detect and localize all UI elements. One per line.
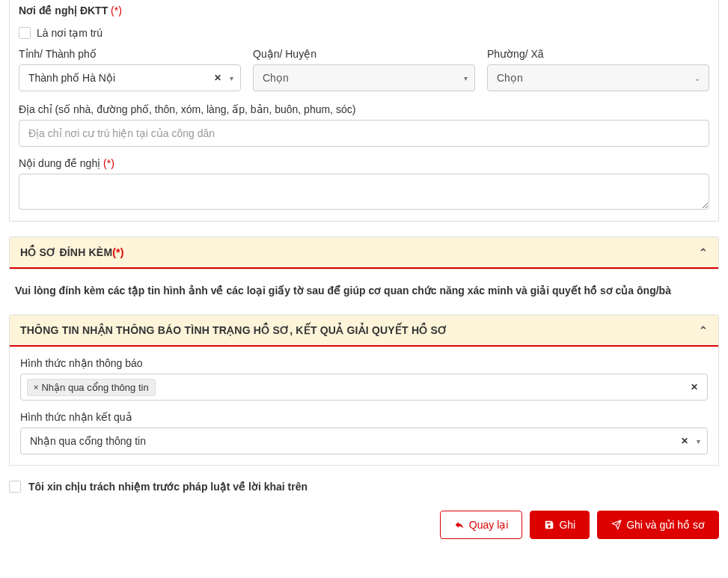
temp-residence-checkbox[interactable] xyxy=(19,27,31,39)
ward-select-wrap: Chọn ⌄ xyxy=(487,64,709,91)
temp-residence-label: Là nơi tạm trú xyxy=(37,27,103,39)
required-star: (*) xyxy=(112,246,123,258)
attachments-panel: HỒ SƠ ĐÍNH KÈM(*) ⌃ xyxy=(9,237,719,270)
clear-all-icon[interactable]: ✕ xyxy=(688,382,701,392)
chevron-down-icon: ▾ xyxy=(230,74,233,82)
district-placeholder: Chọn xyxy=(263,72,289,84)
save-and-send-label: Ghi và gửi hồ sơ xyxy=(626,519,705,531)
chevron-down-icon: ⌄ xyxy=(694,74,700,82)
attachments-header-text: HỒ SƠ ĐÍNH KÈM(*) xyxy=(20,246,124,258)
responsibility-row: Tôi xin chịu trách nhiệm trước pháp luật… xyxy=(9,481,719,493)
request-content-textarea[interactable] xyxy=(19,174,709,210)
province-select[interactable]: Thành phố Hà Nội xyxy=(19,64,241,91)
province-label: Tỉnh/ Thành phố xyxy=(19,48,241,60)
back-button[interactable]: Quay lại xyxy=(440,511,523,539)
notification-panel: THÔNG TIN NHẬN THÔNG BÁO TÌNH TRẠNG HỒ S… xyxy=(9,314,719,466)
temp-residence-checkbox-row: Là nơi tạm trú xyxy=(19,27,709,39)
notify-method-tag: × Nhận qua cổng thông tin xyxy=(27,379,156,396)
result-method-group: Hình thức nhận kết quả Nhận qua cổng thô… xyxy=(20,411,708,454)
result-method-select[interactable]: Nhận qua cổng thông tin xyxy=(20,428,708,454)
registration-location-section: Nơi đề nghị ĐKTT (*) Là nơi tạm trú Tỉnh… xyxy=(9,0,719,222)
request-content-group: Nội dung đề nghị (*) xyxy=(19,157,709,212)
notify-method-input[interactable]: × Nhận qua cổng thông tin ✕ xyxy=(20,374,708,401)
save-button-label: Ghi xyxy=(559,519,575,531)
ward-label: Phường/ Xã xyxy=(487,48,709,60)
result-method-value: Nhận qua cổng thông tin xyxy=(30,435,146,447)
chevron-down-icon: ▾ xyxy=(697,437,700,445)
tag-remove-icon[interactable]: × xyxy=(34,383,38,392)
notify-method-tag-text: Nhận qua cổng thông tin xyxy=(41,382,148,393)
result-method-clear-icon[interactable]: ✕ xyxy=(681,436,688,446)
responsibility-label: Tôi xin chịu trách nhiệm trước pháp luật… xyxy=(28,481,308,493)
notify-method-group: Hình thức nhận thông báo × Nhận qua cổng… xyxy=(20,357,708,401)
province-select-wrap: Thành phố Hà Nội ✕ ▾ xyxy=(19,64,241,91)
chevron-up-icon: ⌃ xyxy=(699,324,708,336)
action-buttons-row: Quay lại Ghi Ghi và gửi hồ sơ xyxy=(0,511,728,551)
required-star: (*) xyxy=(111,4,122,16)
notification-header-text: THÔNG TIN NHẬN THÔNG BÁO TÌNH TRẠNG HỒ S… xyxy=(20,324,447,336)
address-input[interactable] xyxy=(19,120,709,147)
ward-placeholder: Chọn xyxy=(497,72,523,84)
save-button[interactable]: Ghi xyxy=(530,511,590,539)
district-select[interactable]: Chọn xyxy=(253,64,475,91)
responsibility-checkbox[interactable] xyxy=(9,481,21,493)
notify-method-label: Hình thức nhận thông báo xyxy=(20,357,708,369)
reply-icon xyxy=(454,520,465,530)
ward-col: Phường/ Xã Chọn ⌄ xyxy=(487,48,709,91)
province-col: Tỉnh/ Thành phố Thành phố Hà Nội ✕ ▾ xyxy=(19,48,241,91)
address-label: Địa chỉ (số nhà, đường phố, thôn, xóm, l… xyxy=(19,103,709,115)
attachments-note: Vui lòng đính kèm các tập tin hình ảnh v… xyxy=(9,270,719,314)
district-col: Quận/ Huyện Chọn ▾ xyxy=(253,48,475,91)
district-select-wrap: Chọn ▾ xyxy=(253,64,475,91)
notification-panel-body: Hình thức nhận thông báo × Nhận qua cổng… xyxy=(10,347,718,465)
address-group: Địa chỉ (số nhà, đường phố, thôn, xóm, l… xyxy=(19,103,709,147)
ward-select[interactable]: Chọn xyxy=(487,64,709,91)
attachments-panel-header[interactable]: HỒ SƠ ĐÍNH KÈM(*) ⌃ xyxy=(10,237,718,269)
chevron-down-icon: ▾ xyxy=(464,74,468,82)
required-star: (*) xyxy=(103,157,114,169)
send-icon xyxy=(611,520,622,530)
save-icon xyxy=(544,520,554,530)
chevron-up-icon: ⌃ xyxy=(699,246,708,258)
result-method-select-wrap: Nhận qua cổng thông tin ✕ ▾ xyxy=(20,428,708,454)
result-method-label: Hình thức nhận kết quả xyxy=(20,411,708,423)
district-label: Quận/ Huyện xyxy=(253,48,475,60)
back-button-label: Quay lại xyxy=(469,519,509,531)
location-selects-row: Tỉnh/ Thành phố Thành phố Hà Nội ✕ ▾ Quậ… xyxy=(19,48,709,91)
province-value: Thành phố Hà Nội xyxy=(28,72,115,84)
section-title: Nơi đề nghị ĐKTT xyxy=(19,4,108,16)
notification-panel-header[interactable]: THÔNG TIN NHẬN THÔNG BÁO TÌNH TRẠNG HỒ S… xyxy=(10,315,718,347)
save-and-send-button[interactable]: Ghi và gửi hồ sơ xyxy=(597,511,719,539)
request-content-label: Nội dung đề nghị (*) xyxy=(19,157,709,169)
section-title-row: Nơi đề nghị ĐKTT (*) xyxy=(19,4,709,16)
province-clear-icon[interactable]: ✕ xyxy=(214,73,221,83)
